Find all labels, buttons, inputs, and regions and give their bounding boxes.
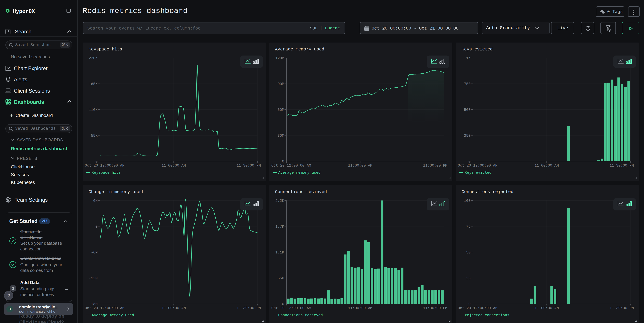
svg-text:1.1K: 1.1K	[275, 251, 284, 255]
svg-text:750: 750	[464, 82, 470, 86]
svg-text:1.7K: 1.7K	[275, 225, 284, 229]
svg-text:11:30:00 PM: 11:30:00 PM	[610, 306, 634, 310]
svg-text:-6M: -6M	[91, 251, 98, 255]
svg-text:0: 0	[468, 159, 470, 164]
svg-text:11:00:00 AM: 11:00:00 AM	[348, 306, 372, 310]
svg-text:6M: 6M	[93, 199, 98, 203]
svg-text:11:30:00 PM: 11:30:00 PM	[610, 164, 634, 168]
svg-text:90M: 90M	[278, 82, 284, 86]
svg-text:220K: 220K	[89, 56, 98, 60]
svg-text:0: 0	[468, 302, 470, 306]
svg-text:-12M: -12M	[89, 276, 98, 281]
svg-text:0: 0	[96, 159, 98, 164]
svg-text:550: 550	[278, 276, 284, 281]
svg-text:Oct 20 12:00:00 AM: Oct 20 12:00:00 AM	[458, 306, 498, 310]
svg-text:30M: 30M	[278, 134, 284, 138]
svg-text:11:30:00 PM: 11:30:00 PM	[423, 164, 448, 168]
svg-text:55K: 55K	[91, 134, 98, 138]
svg-text:11:00:00 AM: 11:00:00 AM	[162, 306, 186, 310]
svg-text:60M: 60M	[278, 108, 284, 112]
svg-text:-18M: -18M	[89, 302, 98, 306]
svg-text:11:00:00 AM: 11:00:00 AM	[534, 164, 559, 168]
svg-text:Oct 20 12:00:00 AM: Oct 20 12:00:00 AM	[271, 306, 311, 310]
svg-text:Oct 20 12:00:00 AM: Oct 20 12:00:00 AM	[85, 306, 124, 310]
svg-text:250: 250	[464, 134, 470, 138]
svg-text:120M: 120M	[275, 56, 284, 60]
svg-text:0: 0	[96, 225, 98, 229]
svg-text:11:30:00 PM: 11:30:00 PM	[423, 306, 448, 310]
svg-text:11:00:00 AM: 11:00:00 AM	[534, 306, 559, 310]
svg-text:11:30:00 PM: 11:30:00 PM	[236, 306, 261, 310]
svg-text:Oct 20 12:00:00 AM: Oct 20 12:00:00 AM	[85, 164, 124, 168]
svg-text:11:00:00 AM: 11:00:00 AM	[162, 164, 186, 168]
svg-text:25: 25	[466, 276, 470, 281]
svg-text:500: 500	[464, 108, 470, 112]
svg-text:11:30:00 PM: 11:30:00 PM	[236, 164, 261, 168]
svg-text:Oct 20 12:00:00 AM: Oct 20 12:00:00 AM	[458, 164, 498, 168]
svg-text:75: 75	[466, 225, 470, 229]
svg-text:2.2K: 2.2K	[275, 199, 284, 203]
svg-text:11:00:00 AM: 11:00:00 AM	[348, 164, 372, 168]
svg-text:165K: 165K	[89, 82, 98, 86]
svg-text:100: 100	[464, 199, 470, 203]
svg-text:0: 0	[282, 159, 284, 164]
svg-text:1K: 1K	[466, 56, 471, 60]
svg-text:110K: 110K	[89, 108, 98, 112]
svg-text:Oct 20 12:00:00 AM: Oct 20 12:00:00 AM	[271, 164, 311, 168]
svg-text:0: 0	[282, 302, 284, 306]
svg-text:50: 50	[466, 251, 470, 255]
